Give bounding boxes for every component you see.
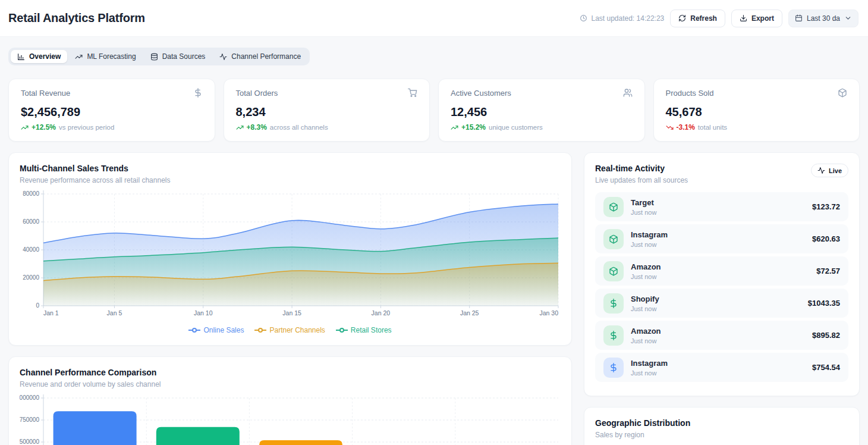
kpi-caption: total units — [698, 124, 727, 131]
activity-row[interactable]: AmazonJust now$895.82 — [595, 321, 848, 350]
export-label: Export — [751, 14, 774, 23]
activity-time: Just now — [631, 337, 805, 344]
kpi-value: 8,234 — [236, 105, 418, 119]
dashboard-grid: Multi-Channel Sales Trends Revenue perfo… — [8, 152, 860, 445]
activity-row[interactable]: AmazonJust now$72.57 — [595, 256, 848, 286]
activity-source: Amazon — [631, 327, 805, 336]
last-updated: Last updated: 14:22:23 — [580, 14, 664, 23]
activity-amount: $620.63 — [812, 234, 840, 243]
tab-ml-forecasting[interactable]: ML Forecasting — [68, 50, 142, 63]
chevron-down-icon — [844, 14, 852, 22]
dollar-icon — [603, 325, 624, 346]
kpi-delta-row: +12.5%vs previous period — [21, 123, 203, 131]
activity-row[interactable]: TargetJust now$123.72 — [595, 192, 848, 221]
legend-label: Online Sales — [203, 326, 244, 334]
dollar-icon — [603, 358, 624, 378]
activity-header: Real-time Activity Live updates from all… — [595, 164, 848, 184]
activity-row[interactable]: InstagramJust now$754.54 — [595, 353, 848, 382]
geographic-distribution-card: Geographic Distribution Sales by region — [584, 407, 860, 445]
activity-amount: $754.54 — [812, 363, 840, 372]
svg-text:Jan 10: Jan 10 — [194, 309, 213, 316]
svg-text:Jan 5: Jan 5 — [107, 309, 122, 316]
kpi-delta-value: +15.2% — [461, 123, 486, 131]
geographic-title: Geographic Distribution — [595, 418, 848, 428]
tab-label: Channel Performance — [231, 52, 301, 61]
export-button[interactable]: Export — [731, 10, 782, 27]
kpi-delta-value: +12.5% — [32, 123, 56, 131]
left-column: Multi-Channel Sales Trends Revenue perfo… — [8, 152, 572, 445]
package-icon — [838, 88, 847, 98]
svg-text:Jan 1: Jan 1 — [43, 309, 59, 316]
kpi-card-total-orders: Total Orders8,234+8.3%across all channel… — [224, 79, 430, 142]
activity-row[interactable]: ShopifyJust now$1043.35 — [595, 289, 848, 318]
svg-text:Jan 30: Jan 30 — [539, 309, 558, 316]
trending-up-icon — [451, 124, 458, 131]
svg-text:40000: 40000 — [23, 246, 39, 253]
kpi-value: 12,456 — [451, 105, 633, 119]
kpi-delta-value: +8.3% — [247, 123, 267, 131]
activity-subtitle: Live updates from all sources — [595, 176, 688, 184]
refresh-icon — [678, 14, 686, 22]
activity-time: Just now — [631, 241, 805, 248]
svg-text:Jan 25: Jan 25 — [460, 309, 479, 316]
kpi-caption: unique customers — [489, 124, 543, 131]
svg-text:0: 0 — [36, 302, 39, 309]
header-controls: Last updated: 14:22:23 Refresh Export La… — [580, 10, 858, 27]
chart-legend: Online SalesPartner ChannelsRetail Store… — [20, 326, 561, 334]
tab-overview[interactable]: Overview — [11, 50, 67, 63]
tab-channel-performance[interactable]: Channel Performance — [213, 50, 307, 63]
realtime-activity-card: Real-time Activity Live updates from all… — [584, 152, 860, 396]
svg-text:1000000: 1000000 — [20, 394, 39, 401]
kpi-caption: across all channels — [270, 124, 328, 131]
activity-time: Just now — [631, 209, 805, 216]
bar-chart-icon — [17, 53, 25, 61]
channel-comparison-chart: 10000007500005000002500000 — [20, 392, 561, 445]
activity-source: Target — [631, 198, 805, 207]
calendar-icon — [795, 14, 803, 22]
date-range-select[interactable]: Last 30 da — [788, 10, 858, 27]
bar-chart: 10000007500005000002500000 — [20, 392, 561, 445]
kpi-delta-row: +15.2%unique customers — [451, 123, 633, 131]
tab-data-sources[interactable]: Data Sources — [144, 50, 212, 63]
clock-icon — [580, 14, 587, 22]
legend-label: Partner Channels — [269, 326, 325, 334]
svg-text:750000: 750000 — [20, 416, 39, 423]
svg-text:Jan 20: Jan 20 — [372, 309, 391, 316]
area-chart: 020000400006000080000Jan 1Jan 5Jan 10Jan… — [20, 188, 561, 325]
refresh-label: Refresh — [690, 14, 717, 23]
package-icon — [603, 197, 624, 217]
trending-up-icon — [21, 124, 29, 131]
dollar-icon — [193, 88, 203, 98]
kpi-delta-row: -3.1%total units — [666, 123, 848, 131]
page-title: Retail Analytics Platform — [8, 11, 145, 25]
activity-title: Real-time Activity — [595, 164, 688, 173]
kpi-label: Products Sold — [666, 89, 714, 98]
activity-source: Shopify — [631, 294, 801, 303]
activity-row[interactable]: InstagramJust now$620.63 — [595, 224, 848, 253]
activity-amount: $895.82 — [812, 331, 840, 340]
download-icon — [740, 14, 747, 22]
database-icon — [150, 53, 158, 61]
tab-label: ML Forecasting — [87, 52, 136, 61]
legend-item-retail-stores[interactable]: Retail Stores — [336, 326, 392, 334]
live-badge-label: Live — [829, 167, 842, 174]
channel-comparison-subtitle: Revenue and order volume by sales channe… — [20, 380, 561, 388]
svg-text:60000: 60000 — [23, 218, 39, 225]
package-icon — [603, 261, 624, 281]
activity-source: Instagram — [631, 359, 805, 368]
refresh-button[interactable]: Refresh — [670, 10, 725, 27]
main-content: OverviewML ForecastingData SourcesChanne… — [0, 37, 868, 445]
trending-up-icon — [236, 124, 244, 131]
legend-item-online-sales[interactable]: Online Sales — [188, 326, 244, 334]
legend-label: Retail Stores — [351, 326, 392, 334]
package-icon — [603, 229, 624, 249]
kpi-caption: vs previous period — [59, 124, 114, 131]
sales-trends-card: Multi-Channel Sales Trends Revenue perfo… — [8, 152, 572, 346]
legend-item-partner-channels[interactable]: Partner Channels — [254, 326, 325, 334]
geographic-subtitle: Sales by region — [595, 431, 848, 439]
activity-icon — [817, 167, 825, 174]
svg-text:80000: 80000 — [23, 190, 39, 197]
tab-bar: OverviewML ForecastingData SourcesChanne… — [8, 48, 310, 65]
cart-icon — [408, 88, 417, 98]
users-icon — [623, 88, 633, 98]
